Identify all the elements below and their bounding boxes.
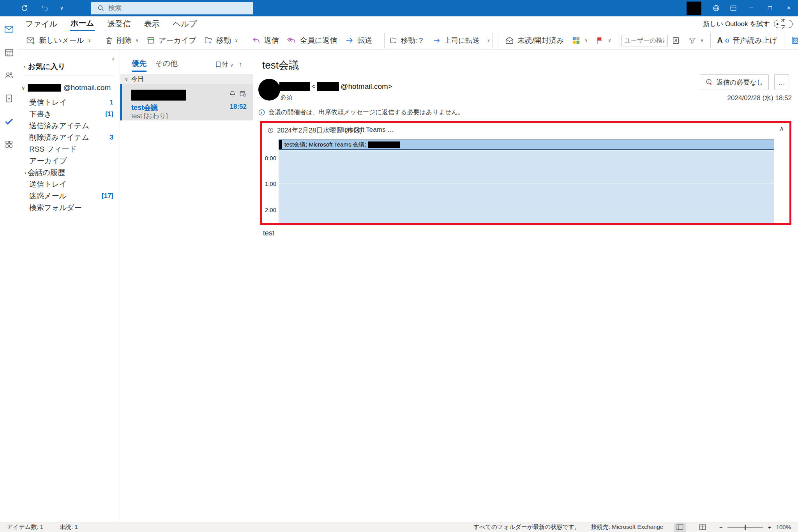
send-receive-sync-icon[interactable]	[19, 3, 30, 13]
message-row[interactable]: test会議 18:52 test [おわり]	[120, 84, 253, 120]
tab-other[interactable]: その他	[155, 58, 178, 72]
maximize-button[interactable]: □	[761, 0, 779, 16]
more-apps-icon[interactable]	[4, 139, 14, 149]
archive-icon	[147, 36, 155, 45]
follow-up-flag-button[interactable]: ∨	[591, 33, 615, 48]
reading-view-button[interactable]	[697, 523, 708, 532]
delete-button[interactable]: 削除 ∨	[101, 33, 143, 48]
people-module-icon[interactable]	[4, 70, 14, 80]
tab-view[interactable]: 表示	[143, 17, 161, 31]
folder-rss-feeds[interactable]: RSS フィード	[18, 143, 120, 155]
chevron-down-icon: ∨	[701, 38, 704, 43]
collapse-preview-icon[interactable]: ∧	[779, 125, 784, 132]
move-folder-icon	[204, 36, 213, 45]
redacted-email-local-part	[317, 82, 339, 91]
search-icon	[97, 5, 104, 12]
redacted-avatar[interactable]	[258, 79, 280, 101]
tab-help[interactable]: ヘルプ	[172, 17, 198, 31]
zoom-out-button[interactable]: −	[719, 524, 723, 530]
quick-step-forward-to-manager[interactable]: 上司に転送	[428, 33, 484, 48]
reply-all-icon	[287, 36, 297, 45]
email-domain: @hotmail.com>	[341, 82, 392, 91]
todo-module-icon[interactable]	[4, 116, 14, 126]
unread-read-button[interactable]: 未読/開封済み	[501, 33, 568, 48]
collapse-folder-pane-icon[interactable]: ‹	[112, 55, 114, 62]
reply-all-button[interactable]: 全員に返信	[283, 33, 341, 48]
zoom-slider-thumb[interactable]	[745, 525, 746, 530]
redacted-sender-name	[131, 90, 186, 101]
tab-home[interactable]: ホーム	[70, 16, 95, 31]
tab-focused[interactable]: 優先	[132, 58, 147, 72]
ribbon-toolbar: 新しいメール ∨ 削除 ∨ アーカイブ 移動 ∨	[18, 31, 798, 50]
forward-button[interactable]: 転送	[341, 33, 376, 48]
mail-body-text: test	[263, 229, 274, 237]
quick-steps-more-icon[interactable]: ∨	[485, 33, 493, 48]
minimize-button[interactable]: −	[742, 0, 761, 16]
zoom-level[interactable]: 100%	[776, 524, 791, 530]
close-button[interactable]: ×	[779, 0, 798, 16]
filter-email-button[interactable]: ∨	[684, 33, 708, 48]
all-day-event-bar[interactable]: test会議; Microsoft Teams 会議;	[279, 140, 774, 150]
search-bar[interactable]	[91, 2, 253, 14]
address-book-button[interactable]	[668, 33, 684, 48]
move-folder-icon	[390, 37, 397, 44]
chevron-down-icon: ∨	[235, 38, 238, 43]
read-aloud-button[interactable]: A 音声読み上げ	[713, 33, 781, 48]
globe-icon[interactable]	[708, 0, 725, 16]
folder-junk[interactable]: 迷惑メール[17]	[18, 190, 120, 202]
chevron-down-icon: ∨	[125, 76, 128, 82]
folder-conversation-history[interactable]: ›会話の履歴	[18, 167, 120, 179]
mail-module-icon[interactable]	[4, 24, 14, 34]
archive-button[interactable]: アーカイブ	[143, 33, 200, 48]
new-outlook-toggle[interactable]: ● オフ	[774, 20, 793, 28]
folder-archive[interactable]: アーカイブ	[18, 155, 120, 167]
quick-step-move[interactable]: 移動: ?	[385, 33, 428, 48]
tasks-module-icon[interactable]	[4, 93, 14, 103]
folder-deleted-items[interactable]: 削除済みアイテム3	[18, 132, 120, 143]
folder-sent-items[interactable]: 送信済みアイテム	[18, 120, 120, 132]
user-search-input[interactable]	[621, 35, 668, 46]
redacted-account-name	[28, 84, 61, 92]
new-mail-button[interactable]: 新しいメール ∨	[22, 33, 95, 48]
chevron-down-icon: ∨	[136, 38, 139, 43]
hour-label: 1:00	[262, 180, 276, 187]
no-reply-needed-button[interactable]: 返信の必要なし	[700, 74, 769, 90]
more-actions-button[interactable]: …	[774, 74, 789, 90]
search-input[interactable]	[108, 4, 225, 12]
group-header-today[interactable]: ∨ 今日	[120, 74, 253, 84]
tab-send-receive[interactable]: 送受信	[107, 17, 132, 31]
location-pin-icon	[328, 127, 334, 133]
message-time: 18:52	[230, 103, 247, 111]
folder-inbox[interactable]: 受信トレイ1	[18, 97, 120, 108]
folder-outbox[interactable]: 送信トレイ	[18, 179, 120, 190]
calendar-module-icon[interactable]	[4, 47, 14, 57]
all-apps-button[interactable]: すべての アプリ	[787, 33, 798, 48]
move-button[interactable]: 移動 ∨	[200, 33, 242, 48]
message-subject: test会議	[131, 103, 158, 112]
quick-steps-gallery: 移動: ? 上司に転送 ∨	[384, 33, 493, 48]
categorize-button[interactable]: ∨	[568, 33, 591, 48]
meeting-location[interactable]: Microsoft Teams …	[328, 126, 394, 134]
chevron-down-icon: ∨	[88, 38, 91, 43]
reply-button[interactable]: 返信	[248, 33, 283, 48]
folder-drafts[interactable]: 下書き[1]	[18, 108, 120, 120]
sort-by-date-button[interactable]: 日付 ∨	[215, 60, 233, 69]
titlebar: ∨ − □ ×	[0, 0, 798, 16]
clock-icon	[267, 127, 274, 134]
sender-line[interactable]: < @hotmail.com>	[279, 82, 392, 91]
favorites-header[interactable]: › お気に入り	[24, 62, 65, 72]
undo-icon[interactable]	[40, 3, 50, 13]
account-root[interactable]: ∨ @hotmail.com	[21, 83, 111, 92]
normal-view-button[interactable]	[674, 523, 686, 532]
quick-access-customize-icon[interactable]: ∨	[60, 5, 64, 11]
meeting-info-banner: 会議の開催者は、出席依頼メッセージに返信する必要はありません。	[258, 108, 464, 117]
new-mail-icon	[26, 36, 35, 45]
ribbon-tab-row: ファイル ホーム 送受信 表示 ヘルプ 新しい Outlook を試す ● オフ	[18, 16, 798, 31]
ribbon-display-options-icon[interactable]	[725, 0, 742, 16]
zoom-slider[interactable]	[727, 527, 763, 528]
zoom-in-button[interactable]: +	[768, 524, 772, 530]
chevron-down-icon: ∨	[608, 38, 611, 43]
tab-file[interactable]: ファイル	[25, 17, 58, 31]
sort-direction-icon[interactable]: ↑	[239, 61, 242, 69]
folder-search-folders[interactable]: 検索フォルダー	[18, 202, 120, 214]
